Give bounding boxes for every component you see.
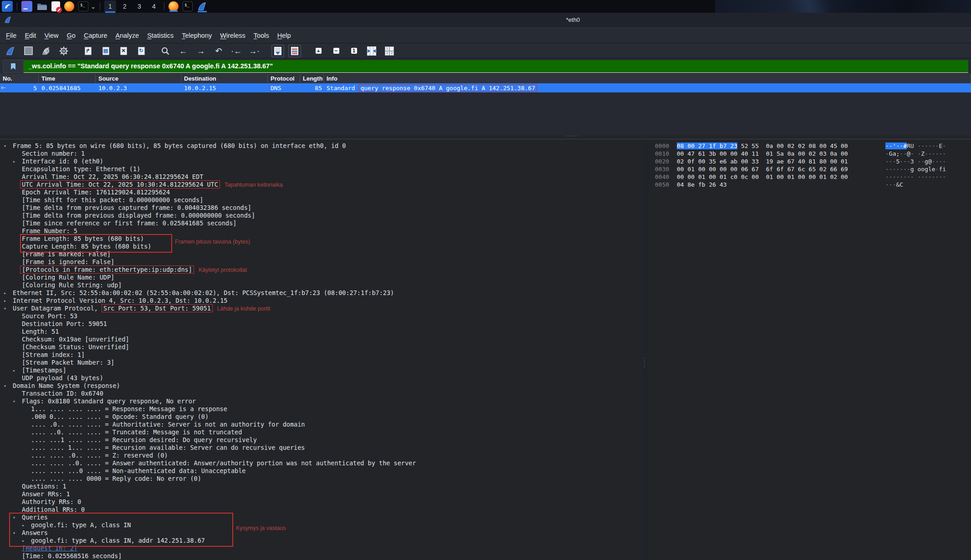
column-header-destination[interactable]: Destination: [181, 74, 268, 83]
packet-list-empty-area[interactable]: [0, 92, 971, 135]
hex-dump-pane[interactable]: 000008 00 27 1f b7 23 52 55 0a 00 02 02 …: [649, 139, 971, 560]
column-header-info[interactable]: Info: [324, 74, 971, 83]
expand-arrow-closed-icon[interactable]: ▸: [4, 297, 6, 305]
detail-line[interactable]: UTC Arrival Time: Oct 22, 2025 10:30:24.…: [0, 181, 642, 188]
detail-line[interactable]: .... .... .0.. .... = Z: reserved (0): [0, 452, 642, 459]
detail-line[interactable]: .... .... ...0 .... = Non-authenticated …: [0, 467, 642, 475]
detail-line[interactable]: ▸Interface id: 0 (eth0): [0, 158, 642, 165]
start-capture-button[interactable]: [4, 45, 17, 57]
menu-statistics[interactable]: Statistics: [143, 32, 178, 39]
vertical-splitter-handle[interactable]: ·····: [644, 357, 645, 368]
detail-line[interactable]: Arrival Time: Oct 22, 2025 06:30:24.8122…: [0, 173, 642, 181]
detail-line[interactable]: Epoch Arrival Time: 1761129024.812295624: [0, 188, 642, 196]
menu-analyze[interactable]: Analyze: [112, 32, 143, 39]
hex-row[interactable]: 001000 47 61 3b 00 00 40 11 01 5a 0a 00 …: [649, 150, 971, 158]
detail-line[interactable]: .... .... 1... .... = Recursion availabl…: [0, 444, 642, 452]
detail-line[interactable]: Length: 51: [0, 328, 642, 336]
workspace-1[interactable]: 1: [104, 0, 116, 12]
go-forward-button[interactable]: →: [194, 45, 208, 57]
column-header-length[interactable]: Length: [300, 74, 324, 83]
restart-capture-button[interactable]: [39, 45, 53, 57]
chevron-down-icon[interactable]: ⌄: [91, 3, 96, 10]
stop-capture-button[interactable]: [21, 45, 35, 57]
column-header-no[interactable]: No.: [0, 74, 39, 83]
detail-line[interactable]: ▾Domain Name System (response): [0, 382, 642, 390]
detail-line[interactable]: Questions: 1: [0, 483, 642, 490]
open-file-button[interactable]: ↱: [81, 45, 95, 57]
terminal-launcher-icon[interactable]: $_: [78, 1, 88, 11]
expand-arrow-open-icon[interactable]: ▾: [4, 142, 6, 150]
close-file-button[interactable]: ✕: [117, 45, 130, 57]
find-packet-button[interactable]: [158, 45, 172, 57]
file-manager-icon[interactable]: [36, 1, 47, 12]
menu-go[interactable]: Go: [63, 32, 80, 39]
detail-line[interactable]: Destination Port: 59051: [0, 320, 642, 328]
expand-arrow-open-icon[interactable]: ▾: [4, 382, 6, 390]
hex-row[interactable]: 003000 01 00 00 00 00 06 67 6f 6f 67 6c …: [649, 165, 971, 173]
detail-line[interactable]: [Coloring Rule Name: UDP]: [0, 274, 642, 281]
detail-line[interactable]: .... .... ..0. .... = Answer authenticat…: [0, 459, 642, 467]
firefox-task-icon[interactable]: [169, 1, 179, 11]
colorize-toggle[interactable]: [288, 45, 301, 57]
go-to-packet-button[interactable]: ↶: [212, 45, 225, 57]
detail-line[interactable]: [Time shift for this packet: 0.000000000…: [0, 196, 642, 204]
detail-line[interactable]: .... .... .... 0000 = Reply code: No err…: [0, 475, 642, 483]
hex-bytes[interactable]: 08 00 27 1f b7 23 52 55 0a 00 02 02 08 0…: [677, 142, 848, 150]
zoom-in-button[interactable]: +: [312, 45, 325, 57]
first-packet-button[interactable]: ·←: [230, 45, 243, 57]
workspace-3[interactable]: 3: [133, 0, 145, 12]
hex-ascii[interactable]: ·Ga;··@· ·Z······: [885, 150, 946, 158]
hex-bytes[interactable]: 00 47 61 3b 00 00 40 11 01 5a 0a 00 02 0…: [677, 150, 848, 158]
detail-line[interactable]: Checksum: 0x19ae [unverified]: [0, 336, 642, 343]
detail-line[interactable]: ▾User Datagram Protocol, Src Port: 53, D…: [0, 305, 642, 312]
menu-edit[interactable]: Edit: [20, 32, 40, 39]
detail-line[interactable]: [Time delta from previous captured frame…: [0, 204, 642, 212]
menu-capture[interactable]: Capture: [80, 32, 112, 39]
detail-line[interactable]: [Protocols in frame: eth:ethertype:ip:ud…: [0, 266, 642, 274]
menu-help[interactable]: Help: [273, 32, 295, 39]
hex-row[interactable]: 002002 0f 00 35 e6 ab 00 33 19 ae 67 40 …: [649, 158, 971, 165]
detail-line[interactable]: .... ...1 .... .... = Recursion desired:…: [0, 436, 642, 444]
detail-line[interactable]: .... ..0. .... .... = Truncated: Message…: [0, 428, 642, 436]
detail-line[interactable]: ▸Ethernet II, Src: 52:55:0a:00:02:02 (52…: [0, 289, 642, 297]
detail-line[interactable]: [Stream index: 1]: [0, 351, 642, 359]
packet-row-selected[interactable]: ⇤ 50.02584168510.0.2.310.0.2.15DNS85Stan…: [0, 83, 971, 92]
wireshark-task-icon[interactable]: [197, 1, 208, 12]
hex-ascii[interactable]: ·······g oogle·fi: [885, 165, 946, 173]
detail-line[interactable]: ▾Flags: 0x8180 Standard query response, …: [0, 397, 642, 405]
zoom-out-button[interactable]: −: [329, 45, 343, 57]
packet-details-pane[interactable]: ▾Frame 5: 85 bytes on wire (680 bits), 8…: [0, 139, 642, 560]
hex-bytes[interactable]: 04 8e fb 26 43: [677, 181, 727, 188]
workspace-4[interactable]: 4: [148, 0, 160, 12]
detail-line[interactable]: ▾Frame 5: 85 bytes on wire (680 bits), 8…: [0, 142, 642, 150]
hex-ascii[interactable]: ···5···3 ··g@····: [885, 158, 946, 165]
filter-bookmark-button[interactable]: [3, 60, 24, 73]
detail-line[interactable]: [Time delta from previous displayed fram…: [0, 212, 642, 219]
detail-line[interactable]: UDP payload (43 bytes): [0, 374, 642, 382]
go-back-button[interactable]: ←: [176, 45, 190, 57]
detail-line[interactable]: Transaction ID: 0x6740: [0, 390, 642, 397]
detail-line[interactable]: ▸[Timestamps]: [0, 367, 642, 374]
menu-wireless[interactable]: Wireless: [216, 32, 250, 39]
hex-bytes[interactable]: 00 00 01 00 01 c0 0c 00 01 00 01 00 00 0…: [677, 173, 848, 181]
detail-line[interactable]: ▸Internet Protocol Version 4, Src: 10.0.…: [0, 297, 642, 305]
workspace-2[interactable]: 2: [119, 0, 131, 12]
window-manager-icon[interactable]: [21, 1, 32, 12]
hex-row[interactable]: 005004 8e fb 26 43···&C: [649, 181, 971, 188]
capture-options-button[interactable]: [57, 45, 71, 57]
expand-arrow-open-icon[interactable]: ▾: [4, 305, 6, 312]
numbered-columns-button[interactable]: 123: [383, 45, 396, 57]
normal-size-button[interactable]: 1: [347, 45, 361, 57]
resize-columns-button[interactable]: [365, 45, 378, 57]
display-filter-input[interactable]: _ws.col.info == "Standard query response…: [24, 60, 968, 73]
save-file-button[interactable]: ▤: [99, 45, 112, 57]
detail-line[interactable]: Answer RRs: 1: [0, 490, 642, 498]
hex-row[interactable]: 000008 00 27 1f b7 23 52 55 0a 00 02 02 …: [649, 142, 971, 150]
vertical-splitter[interactable]: ·····: [642, 139, 649, 560]
detail-line[interactable]: [Time: 0.025568516 seconds]: [0, 552, 642, 560]
expand-arrow-closed-icon[interactable]: ▸: [13, 367, 15, 374]
auto-scroll-toggle[interactable]: [271, 45, 284, 57]
hex-bytes[interactable]: 02 0f 00 35 e6 ab 00 33 19 ae 67 40 81 8…: [677, 158, 848, 165]
hex-ascii[interactable]: ··'··#RU ······E·: [885, 142, 946, 150]
detail-line[interactable]: 1... .... .... .... = Response: Message …: [0, 405, 642, 413]
